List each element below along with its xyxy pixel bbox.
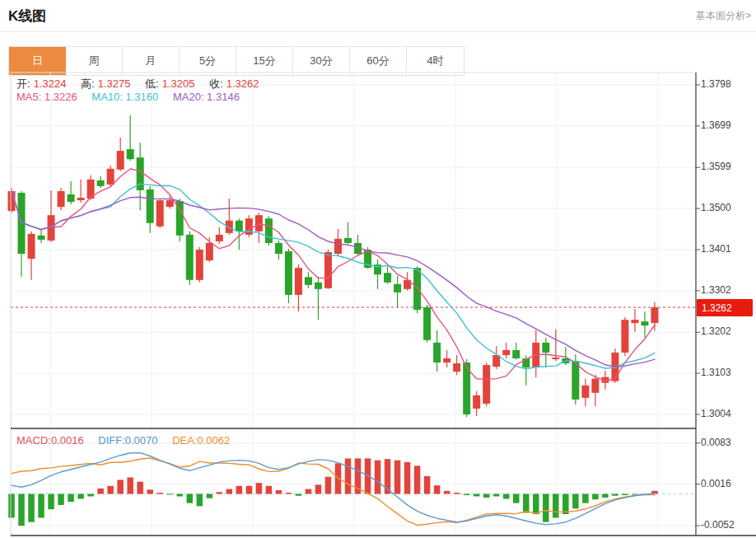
- macd-axis-label: 0.0083: [701, 437, 731, 448]
- diff-value: DIFF:0.0070: [98, 434, 157, 447]
- kline-page: K线图 基本面分析> 日周月5分15分30分60分4时 开:1.3224 高:1…: [0, 0, 756, 538]
- high-value: 1.3275: [98, 77, 131, 90]
- dea-value: DEA:0.0062: [172, 434, 230, 447]
- price-axis-label: 1.3103: [701, 367, 731, 378]
- low-value: 1.3205: [162, 77, 195, 90]
- high-label: 高:: [81, 77, 95, 90]
- low-label: 低:: [145, 77, 159, 90]
- price-axis-label: 1.3500: [701, 202, 731, 213]
- ma10-legend: MA10: 1.3160: [91, 91, 158, 103]
- ma-legend: MA5: 1.3226 MA10: 1.3160 MA20: 1.3146: [16, 91, 243, 103]
- macd-axis-label: -0.0052: [701, 519, 735, 531]
- price-axis-label: 1.3798: [701, 78, 731, 90]
- price-axis-label: 1.3699: [701, 119, 731, 131]
- macd-legend: MACD:0.0016 DIFF:0.0070 DEA:0.0062: [16, 434, 233, 447]
- macd-axis-label: 0.0016: [701, 478, 731, 489]
- ma20-legend: MA20: 1.3146: [173, 91, 240, 103]
- price-axis-label: 1.3599: [701, 161, 731, 172]
- chart-area: 开:1.3224 高:1.3275 低:1.3205 收:1.3262 MA5:…: [0, 0, 756, 538]
- price-axis-label: 1.3202: [701, 325, 731, 337]
- ohlc-legend: 开:1.3224 高:1.3275 低:1.3205 收:1.3262: [16, 77, 262, 91]
- close-value: 1.3262: [226, 77, 259, 90]
- close-label: 收:: [209, 77, 223, 90]
- open-label: 开:: [16, 77, 30, 90]
- macd-value: MACD:0.0016: [16, 434, 84, 447]
- price-axis-label: 1.3401: [701, 243, 731, 255]
- ma5-legend: MA5: 1.3226: [16, 91, 77, 103]
- open-value: 1.3224: [34, 77, 67, 90]
- price-axis-label: 1.3302: [701, 284, 731, 296]
- price-axis-label: 1.3004: [701, 408, 731, 419]
- current-price-badge: 1.3262: [697, 299, 753, 316]
